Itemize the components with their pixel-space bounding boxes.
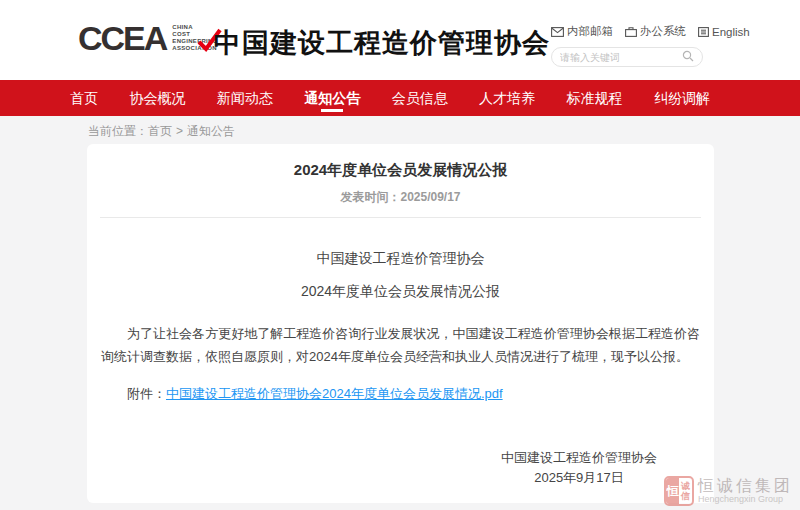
breadcrumb-prefix: 当前位置： (88, 124, 148, 138)
nav-item-首页[interactable]: 首页 (70, 80, 98, 116)
nav-item-人才培养[interactable]: 人才培养 (479, 80, 535, 116)
main-nav: 首页协会概况新闻动态通知公告会员信息人才培养标准规程纠纷调解 (0, 80, 800, 116)
main-nav-inner: 首页协会概况新闻动态通知公告会员信息人才培养标准规程纠纷调解 (70, 80, 710, 116)
search-input[interactable] (560, 52, 672, 63)
publish-date-value: 2025/09/17 (400, 190, 460, 204)
search-button[interactable] (682, 50, 694, 65)
breadcrumb-current: 通知公告 (187, 124, 235, 138)
search-box[interactable] (551, 47, 703, 67)
site-title: 中国建设工程造价管理协会 (214, 25, 550, 61)
util-link-office[interactable]: 办公系统 (625, 24, 686, 39)
nav-item-新闻动态[interactable]: 新闻动态 (217, 80, 273, 116)
article-paragraph: 为了让社会各方更好地了解工程造价咨询行业发展状况，中国建设工程造价管理协会根据工… (101, 322, 700, 368)
watermark: 恒 诚 信 恒诚信集团 Hengchengxin Group (664, 476, 793, 506)
attachment-label: 附件： (127, 386, 166, 401)
util-link-english[interactable]: English (698, 26, 750, 38)
watermark-name-en: Hengchengxin Group (698, 494, 793, 505)
article-meta: 发表时间：2025/09/17 (87, 189, 714, 206)
utility-links: 内部邮箱办公系统English (551, 24, 723, 39)
english-icon (698, 27, 709, 37)
logo-acronym: CCEA (78, 20, 166, 56)
nav-item-通知公告[interactable]: 通知公告 (304, 80, 360, 116)
watermark-name: 恒诚信集团 (698, 477, 793, 494)
util-link-mailbox[interactable]: 内部邮箱 (551, 24, 613, 39)
signature-block: 中国建设工程造价管理协会 2025年9月17日 (494, 448, 664, 487)
breadcrumb-home-link[interactable]: 首页 (148, 124, 172, 138)
breadcrumb: 当前位置：首页>通知公告 (88, 123, 235, 140)
search-icon (682, 50, 694, 65)
signature-date: 2025年9月17日 (494, 468, 664, 487)
nav-item-标准规程[interactable]: 标准规程 (567, 80, 623, 116)
article-card: 2024年度单位会员发展情况公报 发表时间：2025/09/17 中国建设工程造… (87, 144, 714, 503)
header-utilities: 内部邮箱办公系统English (551, 24, 723, 67)
site-logo[interactable]: CCEA CHINA COST ENGINEERING ASSOCIATION (78, 20, 218, 56)
nav-item-会员信息[interactable]: 会员信息 (392, 80, 448, 116)
mail-icon (551, 27, 564, 37)
title-divider (100, 217, 701, 218)
nav-item-纠纷调解[interactable]: 纠纷调解 (654, 80, 710, 116)
nav-item-协会概况[interactable]: 协会概况 (129, 80, 185, 116)
util-link-label: 办公系统 (640, 24, 686, 39)
util-link-label: 内部邮箱 (567, 24, 613, 39)
site-header: CCEA CHINA COST ENGINEERING ASSOCIATION … (0, 0, 800, 80)
office-icon (625, 27, 637, 37)
publish-date-label: 发表时间： (340, 190, 400, 204)
attachment-pdf-link[interactable]: 中国建设工程造价管理协会2024年度单位会员发展情况.pdf (166, 386, 503, 401)
hengchengxin-seal-icon: 恒 诚 信 (664, 476, 694, 506)
attachment-row: 附件：中国建设工程造价管理协会2024年度单位会员发展情况.pdf (101, 385, 700, 403)
signature-org: 中国建设工程造价管理协会 (494, 448, 664, 467)
body-org-line: 中国建设工程造价管理协会 (87, 250, 714, 268)
breadcrumb-separator: > (176, 124, 183, 138)
article-title: 2024年度单位会员发展情况公报 (87, 161, 714, 180)
util-link-label: English (712, 26, 750, 38)
body-subtitle-line: 2024年度单位会员发展情况公报 (87, 283, 714, 301)
